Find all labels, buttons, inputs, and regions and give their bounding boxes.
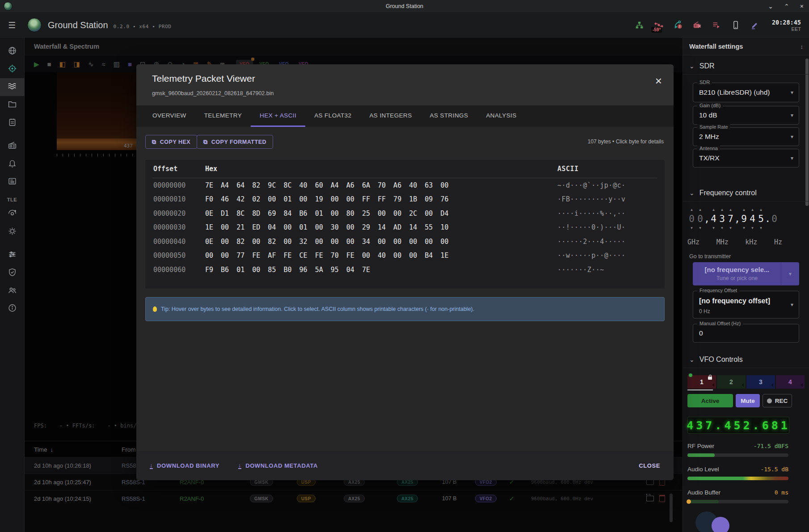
meter-fill	[687, 500, 719, 503]
sdr-field-antenna[interactable]: AntennaTX/RX▾	[693, 149, 799, 168]
network-icon[interactable]	[635, 20, 645, 30]
frequency-digit-tuner: ▴0▾▴0▾ , ▴4▾▴3▾▴7▾ , ▴9▾▴4▾▴5▾ . 0	[687, 207, 779, 231]
digit-decrement-arrow[interactable]: ▾	[751, 225, 754, 231]
sidebar-item-settings[interactable]	[0, 246, 25, 264]
sidebar-item-operators[interactable]	[0, 282, 25, 300]
tab-analysis[interactable]: ANALYSIS	[477, 105, 525, 127]
frequency-digit[interactable]: 4	[750, 213, 755, 225]
vfo-mute-button[interactable]: Mute	[736, 394, 760, 407]
sdr-field-sample-rate[interactable]: Sample Rate2 MHz▾	[693, 127, 799, 146]
hex-bytes[interactable]: 0E D1 8C 8D 69 84 B6 01 00 80 25 00 00 2…	[205, 209, 557, 218]
digit-increment-arrow[interactable]: ▴	[712, 207, 715, 213]
frequency-digit[interactable]: 9	[741, 213, 747, 225]
frequency-digit[interactable]: 3	[719, 213, 725, 225]
sidebar-item-security[interactable]	[0, 264, 25, 282]
digit-decrement-arrow[interactable]: ▾	[699, 225, 701, 231]
sdr-section-header[interactable]: ⌄ SDR	[683, 58, 809, 75]
download-metadata-button[interactable]: ↓ DOWNLOAD METADATA	[238, 462, 318, 469]
hex-bytes[interactable]: 0E 00 82 00 82 00 32 00 00 00 34 00 00 0…	[205, 238, 557, 246]
digit-decrement-arrow[interactable]: ▾	[760, 225, 762, 231]
tab-as-float32[interactable]: AS FLOAT32	[305, 105, 360, 127]
dialog-close-icon[interactable]: ×	[655, 75, 662, 87]
window-maximize-icon[interactable]: ⌃	[784, 3, 789, 9]
hex-bytes[interactable]: 7E A4 64 82 9C 8C 40 60 A4 A6 6A 70 A6 4…	[205, 181, 557, 189]
sidebar-item-about[interactable]	[0, 300, 25, 318]
manual-offset-input[interactable]: Manual Offset (Hz) 0	[693, 324, 799, 343]
sidebar-item-schedule[interactable]	[0, 114, 25, 132]
collapse-panel-icon[interactable]: ↕	[801, 43, 804, 50]
sdr-field-gain-db-[interactable]: Gain (dB)10 dB▾	[693, 106, 799, 125]
hex-row: 000000301E 00 21 ED 04 00 01 00 30 00 29…	[152, 221, 657, 235]
antenna-warning-icon[interactable]	[673, 20, 683, 30]
mobile-device-icon[interactable]	[731, 20, 741, 30]
hex-bytes[interactable]: 1E 00 21 ED 04 00 01 00 30 00 29 14 AD 1…	[205, 223, 557, 231]
vfo-active-button[interactable]: Active	[687, 394, 733, 407]
digit-increment-arrow[interactable]: ▴	[721, 207, 723, 213]
vfo-tab-2[interactable]: 2	[717, 375, 746, 389]
frequency-digit[interactable]: 4	[711, 213, 716, 225]
vfo-active-underline	[687, 390, 713, 390]
digit-increment-arrow[interactable]: ▴	[760, 207, 762, 213]
tab-as-strings[interactable]: AS STRINGS	[421, 105, 477, 127]
log-playlist-icon[interactable]	[712, 20, 721, 30]
radio-off-icon[interactable]	[692, 20, 702, 30]
digit-increment-arrow[interactable]: ▴	[729, 207, 732, 213]
frequency-digit[interactable]: 0	[689, 213, 695, 225]
frequency-offset-select[interactable]: Frequency Offset [no frequency offset] 0…	[693, 291, 799, 318]
window-close-icon[interactable]: ×	[800, 3, 804, 9]
sidebar-item-tracking[interactable]	[0, 60, 25, 78]
hex-ascii: ·FB·········y··v	[557, 195, 657, 203]
shield-check-icon	[8, 268, 17, 279]
frequency-digit[interactable]: 0	[771, 213, 777, 225]
sidebar-item-globe[interactable]	[0, 42, 25, 60]
frequency-digit[interactable]: 7	[728, 213, 733, 225]
vfo-section-header[interactable]: ⌄ VFO Controls	[683, 352, 809, 368]
hex-bytes[interactable]: F0 46 42 02 00 01 00 19 00 00 FF FF 79 1…	[205, 195, 557, 203]
vfo-rec-button[interactable]: REC	[763, 394, 792, 407]
dialog-close-button[interactable]: CLOSE	[639, 462, 660, 469]
sidebar-item-celestrak[interactable]	[0, 223, 25, 241]
digit-increment-arrow[interactable]: ▴	[699, 207, 701, 213]
hamburger-menu-icon[interactable]: ☰	[8, 20, 16, 30]
sidebar-item-alerts[interactable]	[0, 155, 25, 173]
sidebar-item-waterfall[interactable]	[0, 78, 25, 96]
vfo-tab-3[interactable]: 3	[746, 375, 775, 389]
digit-decrement-arrow[interactable]: ▾	[721, 225, 723, 231]
window-minimize-icon[interactable]: ⌄	[768, 3, 773, 9]
edit-pencil-icon[interactable]	[750, 20, 760, 30]
digit-increment-arrow[interactable]: ▴	[691, 207, 693, 213]
transmitter-dropdown-caret[interactable]: ▾	[781, 262, 799, 285]
frequency-section-header[interactable]: ⌄ Frequency control	[683, 185, 809, 201]
transmitter-select-button[interactable]: [no frequency sele... Tune or pick one ▾	[693, 262, 799, 285]
tab-hex-ascii[interactable]: HEX + ASCII	[251, 105, 305, 127]
vfo-tab-4[interactable]: 4	[776, 375, 805, 389]
sidebar-item-news[interactable]	[0, 173, 25, 191]
copy-hex-button[interactable]: ⧉ COPY HEX	[145, 135, 197, 149]
digit-decrement-arrow[interactable]: ▾	[729, 225, 732, 231]
tab-as-integers[interactable]: AS INTEGERS	[360, 105, 421, 127]
digit-increment-arrow[interactable]: ▴	[751, 207, 754, 213]
frequency-digit[interactable]: 5	[758, 213, 764, 225]
tab-telemetry[interactable]: TELEMETRY	[195, 105, 251, 127]
frequency-digit[interactable]: 0	[697, 213, 703, 225]
digit-decrement-arrow[interactable]: ▾	[712, 225, 715, 231]
frequency-digit: ,	[734, 213, 740, 225]
sidebar-item-files[interactable]	[0, 96, 25, 114]
download-binary-button[interactable]: ↓ DOWNLOAD BINARY	[150, 462, 219, 469]
sidebar-item-orbit[interactable]	[0, 205, 25, 223]
dropdown-caret-icon: ▾	[791, 155, 793, 161]
settings-scrollbar-thumb[interactable]	[805, 59, 809, 206]
tle-section-label: TLE	[7, 197, 17, 202]
digit-decrement-arrow[interactable]: ▾	[743, 225, 745, 231]
hex-bytes[interactable]: 00 00 77 FE AF FE CE FE 70 FE 00 40 00 0…	[205, 251, 557, 260]
digit-increment-arrow[interactable]: ▴	[743, 207, 745, 213]
hex-bytes[interactable]: F9 B6 01 00 85 B0 96 5A 95 04 7E	[205, 266, 557, 274]
sdr-field-sdr[interactable]: SDRB210 (LibreSDR) (uhd)▾	[693, 83, 799, 102]
fab-button[interactable]	[712, 517, 729, 532]
satellite-elevation-icon[interactable]: -59°	[654, 20, 664, 30]
vfo-tab-1[interactable]: 1	[687, 375, 716, 389]
copy-formatted-button[interactable]: ⧉ COPY FORMATTED	[197, 135, 273, 149]
digit-decrement-arrow[interactable]: ▾	[691, 225, 693, 231]
sidebar-item-radio[interactable]	[0, 137, 25, 155]
tab-overview[interactable]: OVERVIEW	[143, 105, 195, 127]
